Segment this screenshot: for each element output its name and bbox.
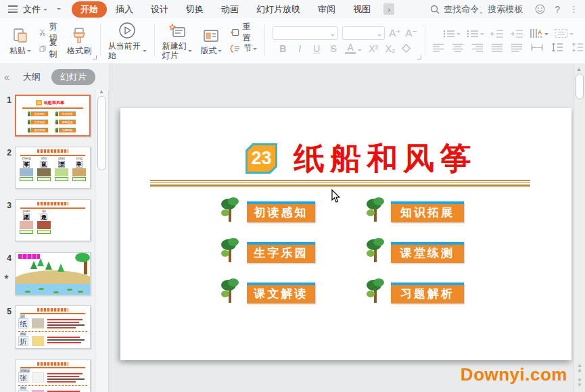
- superscript-button[interactable]: X²: [368, 43, 379, 54]
- sidebar-scroll-up-icon[interactable]: ▲: [99, 89, 104, 95]
- align-justify-icon[interactable]: [492, 43, 503, 52]
- next-slide-icon[interactable]: ▼▼: [577, 378, 582, 387]
- slide-number: 5: [1, 307, 11, 316]
- canvas-scrollbar-thumb[interactable]: [576, 74, 584, 99]
- increase-indent-icon[interactable]: [510, 29, 523, 39]
- text-frame-button[interactable]: [555, 28, 574, 39]
- dialog-launcher-icon[interactable]: [93, 55, 97, 59]
- menu-button-xiti[interactable]: 习题解析: [391, 283, 464, 303]
- play-from-current-button[interactable]: 从当前开始: [108, 21, 147, 60]
- menu-button-ketang[interactable]: 课堂练测: [391, 242, 464, 263]
- slide-thumbnail-2[interactable]: zhēng筝 shǔ鼠 piāo漂 xìng幸: [15, 147, 91, 189]
- slide-title[interactable]: 纸船和风筝: [294, 138, 476, 180]
- section-button[interactable]: 节: [230, 43, 257, 55]
- more-options-icon[interactable]: ⋮: [569, 4, 578, 14]
- quick-access-chevron[interactable]: [57, 4, 61, 14]
- more-tabs-button[interactable]: ›: [383, 3, 394, 15]
- menu-button-chudu[interactable]: 初读感知: [247, 201, 315, 222]
- font-family-select[interactable]: [273, 26, 338, 40]
- slide-thumbnail-3[interactable]: yuàn愿 qù趣: [15, 199, 91, 241]
- chevron-down-icon: [143, 50, 147, 54]
- slide-panel: « 大纲 幻灯片 1 23 纸船和风筝 初读感知 知识拓展 生字乐园 课堂练测 …: [0, 64, 110, 392]
- chevron-down-icon: [544, 33, 548, 37]
- chevron-down-icon: [480, 33, 484, 37]
- file-menu[interactable]: 文件: [23, 3, 47, 16]
- help-icon[interactable]: ?: [555, 4, 560, 15]
- increase-font-button[interactable]: A⁺: [389, 27, 401, 39]
- chevron-down-icon: [569, 33, 574, 37]
- decrease-font-button[interactable]: A⁻: [405, 27, 417, 39]
- command-search[interactable]: 查找命令、搜索模板: [430, 3, 523, 16]
- copy-label: 复制: [49, 37, 60, 60]
- clear-format-icon[interactable]: [402, 44, 413, 53]
- canvas-scroll-up-icon[interactable]: ▲: [576, 66, 582, 72]
- menu-button-shengzi[interactable]: 生字乐园: [247, 242, 315, 263]
- palm-tree-icon: [220, 277, 240, 304]
- copy-button[interactable]: 复制: [39, 43, 60, 55]
- tab-slideshow[interactable]: 幻灯片放映: [248, 1, 309, 18]
- lesson-number-badge[interactable]: 23: [245, 143, 277, 174]
- tab-view[interactable]: 视图: [344, 1, 379, 18]
- menubar: 文件 开始 插入 设计 切换 动画 幻灯片放映 审阅 视图 › 查找命令、搜索模…: [0, 0, 585, 18]
- align-right-icon[interactable]: [472, 43, 484, 52]
- line-spacing-icon[interactable]: [551, 43, 563, 52]
- slide-editor[interactable]: 23 纸船和风筝 初读感知 生字乐园 课文解读 知识拓展 课堂练测 习题解析: [120, 108, 571, 360]
- tab-design[interactable]: 设计: [142, 1, 177, 18]
- layout-button[interactable]: 版式: [197, 26, 225, 55]
- mini-image: [37, 221, 51, 229]
- hamburger-menu-icon[interactable]: [8, 5, 18, 13]
- underline-button[interactable]: U: [311, 43, 322, 54]
- feedback-smiley-icon[interactable]: [535, 4, 545, 14]
- tab-slides[interactable]: 幻灯片: [51, 69, 95, 85]
- new-slide-button[interactable]: 新建幻灯片: [162, 21, 193, 60]
- sidebar-scrollbar-thumb[interactable]: [97, 96, 106, 170]
- strikethrough-button[interactable]: S: [328, 43, 339, 54]
- paragraph-spacing-icon[interactable]: [571, 43, 584, 52]
- mini-pinyin: qù: [42, 209, 46, 213]
- slide-canvas[interactable]: 23 纸船和风筝 初读感知 生字乐园 课文解读 知识拓展 课堂练测 习题解析 D…: [110, 64, 585, 392]
- menu-button-zhishi[interactable]: 知识拓展: [391, 201, 464, 222]
- align-center-icon[interactable]: [452, 43, 464, 52]
- mini-char: 漂: [58, 161, 65, 168]
- char-spacing-icon[interactable]: [531, 43, 543, 52]
- decrease-indent-icon[interactable]: [490, 29, 504, 39]
- bold-button[interactable]: B: [277, 43, 288, 54]
- copy-icon: [39, 44, 46, 53]
- collapse-panel-button[interactable]: «: [4, 72, 9, 82]
- font-color-button[interactable]: A: [345, 43, 356, 54]
- tab-outline[interactable]: 大纲: [23, 71, 41, 83]
- previous-slide-icon[interactable]: ▲▲: [577, 363, 582, 372]
- format-painter-button[interactable]: 格式刷: [66, 26, 93, 55]
- tab-animations[interactable]: 动画: [212, 1, 248, 18]
- mini-char-row: zhǐ 纸: [18, 315, 89, 330]
- slide-thumbnail-1[interactable]: 23 纸船和风筝 初读感知 知识拓展 生字乐园 课堂练测 课文解读 习题解析: [15, 95, 91, 137]
- subscript-button[interactable]: X₂: [385, 43, 396, 54]
- mini-char: 张: [18, 372, 28, 383]
- slide-thumbnail-4[interactable]: [15, 252, 91, 295]
- tab-insert[interactable]: 插入: [107, 1, 142, 18]
- distribute-text-icon[interactable]: [511, 43, 523, 52]
- text-direction-button[interactable]: A: [530, 28, 548, 39]
- mouse-cursor: [331, 189, 341, 203]
- align-left-icon[interactable]: [433, 43, 444, 52]
- tab-transitions[interactable]: 切换: [177, 1, 212, 18]
- paste-button[interactable]: 粘贴: [7, 26, 34, 55]
- chevron-down-icon: [27, 50, 31, 54]
- numbered-list-button[interactable]: [467, 29, 484, 39]
- tab-home[interactable]: 开始: [72, 1, 107, 18]
- italic-button[interactable]: I: [294, 43, 305, 54]
- slide-thumbnail-5[interactable]: zhǐ 纸 zhé 折: [15, 305, 91, 349]
- canvas-scrollbar-track[interactable]: [574, 64, 585, 392]
- dialog-launcher-icon[interactable]: [417, 55, 421, 59]
- slide-thumbnail-6[interactable]: zhāng 张 zhù 祝: [15, 360, 91, 392]
- mini-header: [37, 362, 68, 366]
- tab-review[interactable]: 审阅: [309, 1, 344, 18]
- reset-button[interactable]: 重置: [230, 26, 257, 39]
- mini-header: [37, 202, 68, 205]
- font-size-select[interactable]: [342, 26, 385, 40]
- bullet-list-button[interactable]: [443, 29, 461, 39]
- menu-button-kewen[interactable]: 课文解读: [247, 283, 315, 303]
- palm-tree-icon: [365, 196, 385, 223]
- title-divider: [150, 180, 530, 187]
- mini-lilypad: [67, 289, 72, 291]
